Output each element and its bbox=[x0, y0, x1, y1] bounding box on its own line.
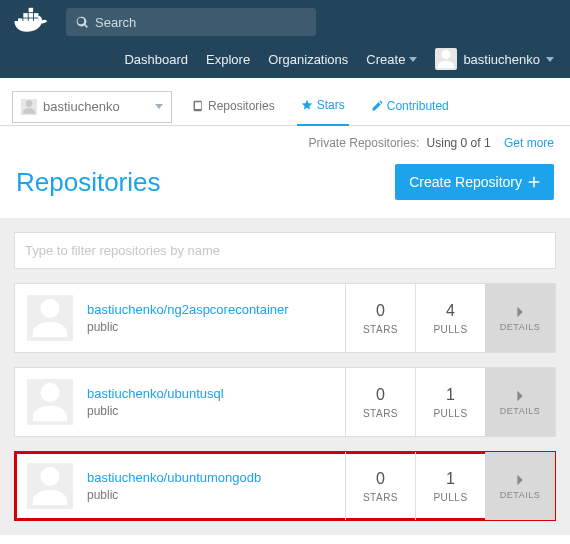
repo-visibility: public bbox=[87, 320, 289, 334]
repo-pulls: 1 PULLS bbox=[415, 452, 485, 520]
star-icon bbox=[301, 99, 313, 111]
repo-stars: 0 STARS bbox=[345, 452, 415, 520]
repo-name-link[interactable]: bastiuchenko/ubuntusql bbox=[87, 386, 224, 401]
filter-row bbox=[14, 232, 556, 269]
create-repository-button[interactable]: Create Repository bbox=[395, 164, 554, 200]
repo-pulls: 4 PULLS bbox=[415, 284, 485, 352]
tab-repositories[interactable]: Repositories bbox=[188, 88, 279, 125]
user-menu[interactable]: bastiuchenko bbox=[435, 48, 554, 70]
svg-rect-6 bbox=[34, 13, 38, 17]
details-label: DETAILS bbox=[500, 406, 540, 416]
tab-contributed[interactable]: Contributed bbox=[367, 88, 453, 125]
page-title: Repositories bbox=[16, 167, 161, 198]
stars-label: STARS bbox=[363, 408, 398, 419]
owner-name: bastiuchenko bbox=[43, 99, 120, 114]
repo-visibility: public bbox=[87, 488, 261, 502]
nav-create-label: Create bbox=[366, 52, 405, 67]
stars-count: 0 bbox=[376, 470, 385, 488]
repo-info: bastiuchenko/ubuntumongodb public bbox=[15, 452, 345, 520]
svg-rect-4 bbox=[23, 13, 27, 17]
chevron-right-icon bbox=[513, 389, 527, 403]
repo-details-button[interactable]: DETAILS bbox=[485, 452, 555, 520]
quota-label: Private Repositories: bbox=[309, 136, 420, 150]
page-header: Repositories Create Repository bbox=[0, 160, 570, 218]
plus-icon bbox=[528, 176, 540, 188]
docker-logo[interactable] bbox=[12, 6, 56, 38]
nav-organizations[interactable]: Organizations bbox=[268, 52, 348, 67]
details-label: DETAILS bbox=[500, 490, 540, 500]
filter-input[interactable] bbox=[14, 232, 556, 269]
details-label: DETAILS bbox=[500, 322, 540, 332]
stars-label: STARS bbox=[363, 324, 398, 335]
repo-visibility: public bbox=[87, 404, 224, 418]
chevron-right-icon bbox=[513, 305, 527, 319]
svg-rect-7 bbox=[29, 8, 33, 12]
repo-stars: 0 STARS bbox=[345, 284, 415, 352]
tab-stars-label: Stars bbox=[317, 98, 345, 112]
stars-count: 0 bbox=[376, 302, 385, 320]
search-input[interactable] bbox=[95, 15, 306, 30]
nav-dashboard[interactable]: Dashboard bbox=[124, 52, 188, 67]
app-header: Dashboard Explore Organizations Create b… bbox=[0, 0, 570, 78]
sub-navbar: bastiuchenko Repositories Stars Contribu… bbox=[0, 78, 570, 126]
caret-down-icon bbox=[409, 57, 417, 62]
repo-list: bastiuchenko/ng2aspcorecontainer public … bbox=[14, 283, 556, 521]
pulls-count: 1 bbox=[446, 386, 455, 404]
quota-row: Private Repositories: Using 0 of 1 Get m… bbox=[0, 126, 570, 160]
pulls-count: 1 bbox=[446, 470, 455, 488]
repo-pulls: 1 PULLS bbox=[415, 368, 485, 436]
stars-count: 0 bbox=[376, 386, 385, 404]
edit-icon bbox=[371, 100, 383, 112]
search-bar[interactable] bbox=[66, 8, 316, 36]
svg-rect-5 bbox=[29, 13, 33, 17]
repo-avatar bbox=[27, 379, 73, 425]
repo-row: bastiuchenko/ng2aspcorecontainer public … bbox=[14, 283, 556, 353]
avatar bbox=[435, 48, 457, 70]
header-nav: Dashboard Explore Organizations Create b… bbox=[12, 48, 558, 70]
username-label: bastiuchenko bbox=[463, 52, 540, 67]
repo-row: bastiuchenko/ubuntumongodb public 0 STAR… bbox=[14, 451, 556, 521]
repo-avatar bbox=[27, 463, 73, 509]
repo-row: bastiuchenko/ubuntusql public 0 STARS 1 … bbox=[14, 367, 556, 437]
nav-create[interactable]: Create bbox=[366, 52, 417, 67]
pulls-label: PULLS bbox=[433, 408, 467, 419]
repo-details-button[interactable]: DETAILS bbox=[485, 284, 555, 352]
repo-avatar bbox=[27, 295, 73, 341]
tab-repositories-label: Repositories bbox=[208, 99, 275, 113]
book-icon bbox=[192, 100, 204, 112]
nav-explore[interactable]: Explore bbox=[206, 52, 250, 67]
repo-stars: 0 STARS bbox=[345, 368, 415, 436]
header-top bbox=[12, 6, 558, 38]
repo-info: bastiuchenko/ubuntusql public bbox=[15, 368, 345, 436]
caret-down-icon bbox=[546, 57, 554, 62]
repo-name-link[interactable]: bastiuchenko/ubuntumongodb bbox=[87, 470, 261, 485]
tab-contributed-label: Contributed bbox=[387, 99, 449, 113]
quota-get-more-link[interactable]: Get more bbox=[504, 136, 554, 150]
tab-stars[interactable]: Stars bbox=[297, 88, 349, 126]
chevron-right-icon bbox=[513, 473, 527, 487]
pulls-count: 4 bbox=[446, 302, 455, 320]
repo-info: bastiuchenko/ng2aspcorecontainer public bbox=[15, 284, 345, 352]
sub-tabs: Repositories Stars Contributed bbox=[188, 88, 453, 125]
search-icon bbox=[76, 16, 89, 29]
owner-dropdown[interactable]: bastiuchenko bbox=[12, 91, 172, 123]
quota-value: Using 0 of 1 bbox=[427, 136, 491, 150]
stars-label: STARS bbox=[363, 492, 398, 503]
repo-details-button[interactable]: DETAILS bbox=[485, 368, 555, 436]
repo-name-link[interactable]: bastiuchenko/ng2aspcorecontainer bbox=[87, 302, 289, 317]
avatar-icon bbox=[21, 99, 37, 115]
content-area: bastiuchenko/ng2aspcorecontainer public … bbox=[0, 218, 570, 535]
pulls-label: PULLS bbox=[433, 324, 467, 335]
caret-down-icon bbox=[155, 104, 163, 109]
create-repository-label: Create Repository bbox=[409, 174, 522, 190]
pulls-label: PULLS bbox=[433, 492, 467, 503]
